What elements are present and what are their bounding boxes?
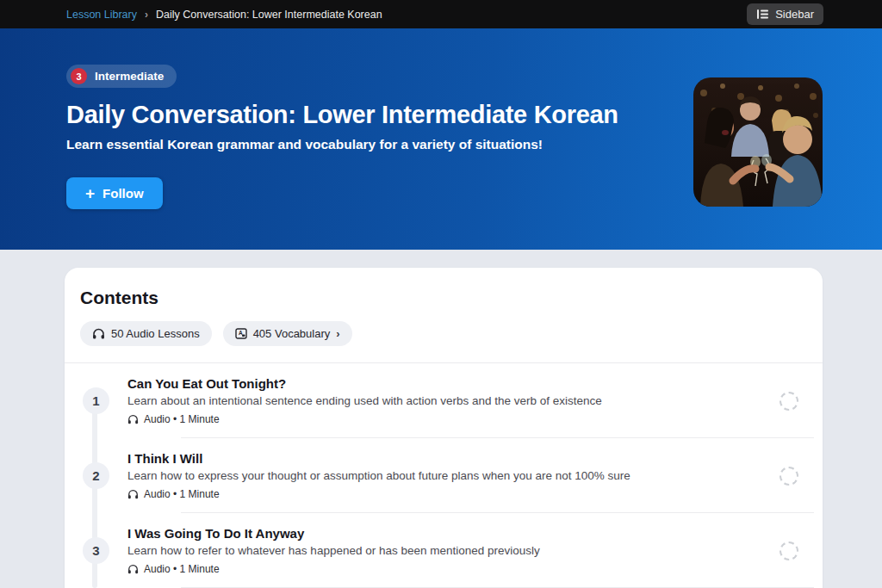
level-badge: 3 Intermediate [66,65,177,88]
sidebar-toggle-button[interactable]: Sidebar [747,3,823,25]
vocabulary-pill-label: 405 Vocabulary [253,327,331,340]
contents-heading: Contents [80,288,807,308]
sidebar-icon [756,9,769,20]
contents-card: Contents 50 Audio Lessons [65,268,823,588]
breadcrumb-current-page: Daily Conversation: Lower Intermediate K… [156,9,382,21]
course-hero: 3 Intermediate Daily Conversation: Lower… [0,28,882,250]
flashcards-icon: A [235,328,247,339]
contents-filters: 50 Audio Lessons A 405 Vocabulary › [80,321,807,346]
page-body: Contents 50 Audio Lessons [0,250,882,588]
contents-header: Contents 50 Audio Lessons [65,268,823,363]
lesson-body: I Was Going To Do It Anyway Learn how to… [127,526,780,575]
lesson-number-column: 1 [65,387,127,414]
sidebar-button-label: Sidebar [775,8,814,21]
lesson-number: 3 [83,537,109,564]
lesson-progress-circle[interactable] [780,467,798,486]
lesson-progress-circle[interactable] [780,392,798,411]
lesson-number: 2 [83,462,109,489]
top-bar: Lesson Library › Daily Conversation: Low… [0,0,882,28]
audio-lessons-pill-label: 50 Audio Lessons [111,327,200,340]
follow-button[interactable]: + Follow [66,177,163,209]
lesson-title[interactable]: I Think I Will [127,451,780,466]
lesson-progress-circle[interactable] [780,542,798,560]
lesson-description: Learn how to express your thought or ass… [127,469,780,482]
chevron-right-icon: › [336,327,339,340]
lesson-description: Learn about an intentional sentence endi… [127,394,780,407]
headphones-icon [127,414,139,424]
lesson-body: Can You Eat Out Tonight? Learn about an … [127,376,780,425]
vocabulary-pill[interactable]: A 405 Vocabulary › [223,321,352,346]
svg-text:A: A [239,330,243,336]
lesson-row-2[interactable]: 2 I Think I Will Learn how to express yo… [65,438,823,513]
audio-lessons-pill[interactable]: 50 Audio Lessons [80,321,212,346]
level-label: Intermediate [95,70,164,83]
lesson-meta: Audio • 1 Minute [127,563,780,575]
lesson-description: Learn how to refer to whatever has happe… [127,544,780,557]
lesson-body: I Think I Will Learn how to express your… [127,451,780,500]
lesson-meta-text: Audio • 1 Minute [144,563,220,575]
lesson-title[interactable]: I Was Going To Do It Anyway [127,526,780,541]
lesson-meta-text: Audio • 1 Minute [144,488,220,500]
headphones-icon [92,328,105,339]
course-cover-image [693,77,823,207]
lesson-number-column: 3 [65,537,127,564]
breadcrumb-separator-icon: › [145,9,148,21]
lesson-row-1[interactable]: 1 Can You Eat Out Tonight? Learn about a… [65,363,823,438]
lesson-meta: Audio • 1 Minute [127,488,780,500]
lesson-list: 1 Can You Eat Out Tonight? Learn about a… [65,363,823,588]
breadcrumb-lesson-library-link[interactable]: Lesson Library [66,9,137,21]
lesson-title[interactable]: Can You Eat Out Tonight? [127,376,780,391]
lesson-number: 1 [83,387,109,414]
breadcrumb: Lesson Library › Daily Conversation: Low… [66,9,382,21]
lesson-meta-text: Audio • 1 Minute [144,413,220,425]
lesson-number-column: 2 [65,462,127,489]
lesson-row-3[interactable]: 3 I Was Going To Do It Anyway Learn how … [65,513,823,588]
plus-icon: + [85,188,95,200]
follow-button-label: Follow [102,186,144,201]
lesson-meta: Audio • 1 Minute [127,413,780,425]
level-number-badge: 3 [71,68,87,84]
headphones-icon [127,489,139,499]
headphones-icon [127,564,139,574]
